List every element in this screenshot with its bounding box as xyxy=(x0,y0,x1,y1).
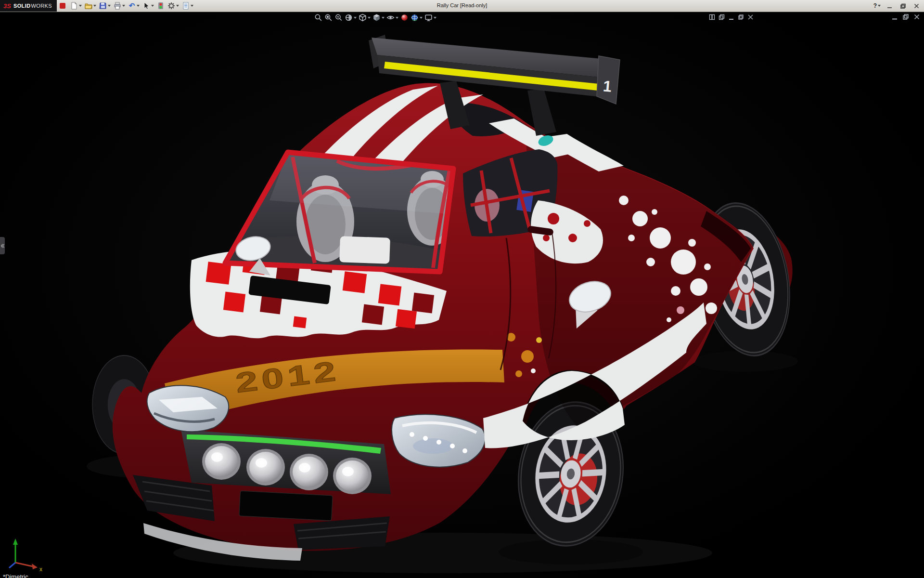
file-properties-icon xyxy=(182,2,190,10)
edit-appearance-button[interactable] xyxy=(400,13,409,22)
double-chevron-left-icon xyxy=(0,243,5,249)
graphics-area[interactable]: 2012 xyxy=(0,12,924,578)
zoom-to-area-icon xyxy=(324,13,333,22)
dropdown-arrow-icon[interactable] xyxy=(396,17,398,19)
doc-minimize-icon[interactable] xyxy=(728,14,734,20)
save-button[interactable] xyxy=(98,1,112,11)
previous-view-icon xyxy=(334,13,343,22)
undo-button[interactable]: ↶ xyxy=(127,1,141,11)
window-controls: ? xyxy=(873,0,922,12)
file-properties-button[interactable] xyxy=(181,1,194,11)
rebuild-icon xyxy=(157,2,165,10)
close-icon xyxy=(914,3,919,9)
view-orientation-button[interactable] xyxy=(358,13,371,22)
dropdown-arrow-icon[interactable] xyxy=(420,17,423,19)
tile-windows-icon[interactable] xyxy=(709,14,715,20)
dropdown-arrow-icon[interactable] xyxy=(368,17,371,19)
options-gear-icon xyxy=(167,2,175,10)
dropdown-arrow-icon[interactable] xyxy=(191,5,193,7)
apply-scene-button[interactable] xyxy=(410,13,423,22)
dropdown-arrow-icon[interactable] xyxy=(878,5,881,7)
orientation-triad: x xyxy=(3,536,49,571)
panel-collapse-tab[interactable] xyxy=(0,237,5,254)
display-style-button[interactable] xyxy=(372,13,385,22)
zoom-to-fit-icon xyxy=(314,13,322,22)
section-view-button[interactable] xyxy=(344,13,357,22)
dropdown-arrow-icon[interactable] xyxy=(137,5,140,7)
close-button[interactable] xyxy=(911,1,922,10)
dropdown-arrow-icon[interactable] xyxy=(108,5,111,7)
view-settings-button[interactable] xyxy=(424,13,437,22)
license-plate xyxy=(239,491,333,521)
heads-up-view-toolbar xyxy=(314,13,437,22)
app-badge-icon xyxy=(60,3,65,9)
new-document-icon xyxy=(70,2,78,10)
rally-car-model[interactable]: 2012 xyxy=(0,12,924,578)
view-orientation-label: *Dimetric xyxy=(3,573,28,578)
document-title: Rally Car [Read-only] xyxy=(437,2,488,8)
document-window-buttons xyxy=(709,14,754,20)
dropdown-arrow-icon[interactable] xyxy=(122,5,125,7)
right-headlight[interactable] xyxy=(392,414,485,467)
dropdown-arrow-icon[interactable] xyxy=(93,5,96,7)
maximize-button[interactable] xyxy=(897,1,909,10)
undo-icon: ↶ xyxy=(128,2,136,10)
doc-restore-icon[interactable] xyxy=(738,14,744,20)
zoom-to-area-button[interactable] xyxy=(324,13,333,22)
print-button[interactable] xyxy=(113,1,126,11)
appearance-ball-icon xyxy=(400,13,409,22)
doc-close-icon[interactable] xyxy=(747,14,754,20)
title-bar: 3S SOLID WORKS ↶ xyxy=(0,0,924,12)
cascade-windows-icon[interactable] xyxy=(719,14,725,20)
dropdown-arrow-icon[interactable] xyxy=(176,5,179,7)
wing-number: 1 xyxy=(603,77,613,95)
open-icon xyxy=(85,2,92,10)
child-restore-icon[interactable] xyxy=(902,13,909,20)
app-name-light: WORKS xyxy=(31,3,52,9)
display-style-icon xyxy=(372,13,381,22)
solidworks-logo-mark: 3S xyxy=(3,2,11,10)
child-close-icon[interactable] xyxy=(913,13,920,20)
minimize-button[interactable] xyxy=(884,1,895,10)
rebuild-button[interactable] xyxy=(156,1,166,11)
dropdown-arrow-icon[interactable] xyxy=(79,5,82,7)
section-view-icon xyxy=(345,13,353,22)
dropdown-arrow-icon[interactable] xyxy=(434,17,436,19)
dropdown-arrow-icon[interactable] xyxy=(354,17,357,19)
open-button[interactable] xyxy=(84,1,97,11)
select-cursor-icon xyxy=(142,2,150,10)
help-button[interactable]: ? xyxy=(873,2,882,9)
save-icon xyxy=(99,2,107,10)
print-icon xyxy=(114,2,121,10)
dropdown-arrow-icon[interactable] xyxy=(151,5,154,7)
help-label: ? xyxy=(873,2,877,9)
previous-view-button[interactable] xyxy=(334,13,343,22)
solidworks-logo: 3S SOLID WORKS xyxy=(0,0,57,12)
child-minimize-icon[interactable] xyxy=(891,13,898,20)
view-settings-icon xyxy=(424,13,433,22)
app-name-bold: SOLID xyxy=(13,3,31,9)
scene-globe-icon xyxy=(411,13,419,22)
new-document-button[interactable] xyxy=(69,1,83,11)
eye-icon xyxy=(386,13,395,22)
hide-show-items-button[interactable] xyxy=(386,13,399,22)
maximize-icon xyxy=(900,3,906,9)
zoom-to-fit-button[interactable] xyxy=(314,13,323,22)
view-orientation-icon xyxy=(359,13,367,22)
minimize-icon xyxy=(887,3,892,9)
main-toolbar: ↶ xyxy=(69,1,194,11)
child-window-controls xyxy=(891,13,920,20)
axis-x-label: x xyxy=(39,566,42,571)
select-button[interactable] xyxy=(141,1,155,11)
dropdown-arrow-icon[interactable] xyxy=(382,17,385,19)
options-button[interactable] xyxy=(167,1,180,11)
